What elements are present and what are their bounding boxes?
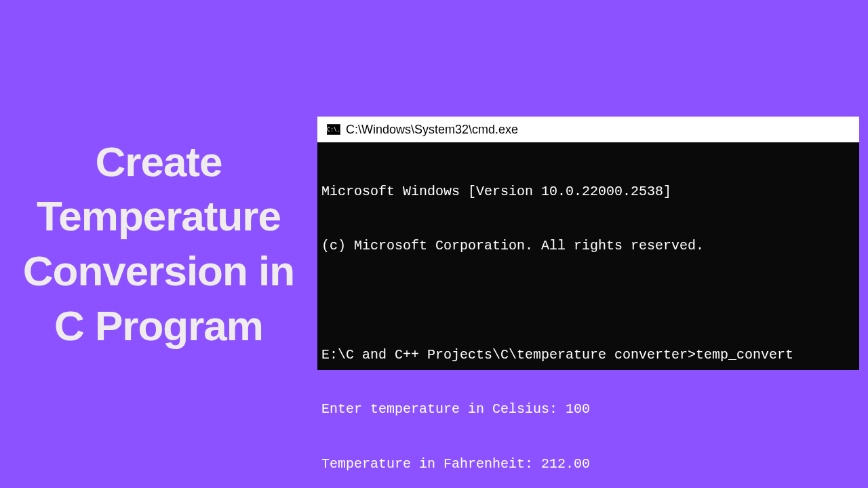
- terminal-body[interactable]: Microsoft Windows [Version 10.0.22000.25…: [317, 142, 859, 370]
- terminal-line: E:\C and C++ Projects\C\temperature conv…: [321, 346, 859, 365]
- terminal-line: Temperature in Fahrenheit: 212.00: [321, 455, 859, 474]
- terminal-line: Microsoft Windows [Version 10.0.22000.25…: [321, 183, 859, 201]
- cmd-window: C:\. C:\Windows\System32\cmd.exe Microso…: [317, 117, 859, 370]
- page-title: Create Temperature Conversion in C Progr…: [14, 135, 304, 353]
- terminal-line: (c) Microsoft Corporation. All rights re…: [321, 237, 859, 256]
- left-title-panel: Create Temperature Conversion in C Progr…: [0, 135, 317, 353]
- terminal-line: Enter temperature in Celsius: 100: [321, 401, 859, 419]
- window-title-text: C:\Windows\System32\cmd.exe: [346, 123, 518, 137]
- window-title-bar[interactable]: C:\. C:\Windows\System32\cmd.exe: [317, 117, 859, 142]
- cmd-window-container: C:\. C:\Windows\System32\cmd.exe Microso…: [317, 117, 859, 370]
- cmd-icon: C:\.: [327, 124, 340, 135]
- blank-line: [321, 291, 859, 310]
